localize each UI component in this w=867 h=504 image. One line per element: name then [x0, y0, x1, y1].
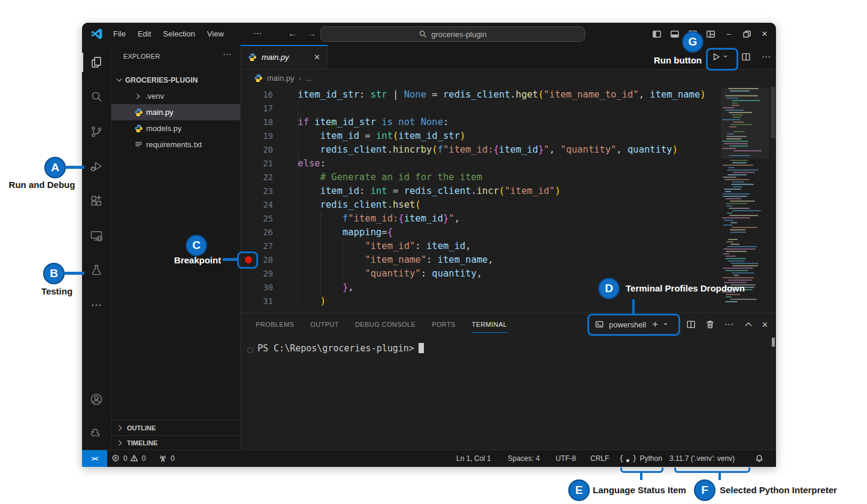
panel-tab-output[interactable]: OUTPUT [310, 313, 339, 336]
code-line[interactable]: 18 if item_id_str is not None: [241, 116, 776, 129]
panel-scrollbar[interactable] [772, 338, 775, 347]
explorer-actions-icon[interactable]: ··· [223, 48, 232, 59]
file-requirements-txt[interactable]: requirements.txt [111, 136, 240, 153]
code-line[interactable]: 27 "item_id": item_id, [241, 239, 776, 253]
editor-gutter[interactable]: 24 [241, 198, 275, 212]
tab-main-py[interactable]: main.py ✕ [241, 45, 328, 69]
outline-section[interactable]: OUTLINE [111, 420, 240, 436]
menu-view[interactable]: View [201, 23, 230, 45]
indentation-status[interactable]: Spaces: 4 [508, 450, 539, 467]
activity-run-and-debug[interactable] [82, 149, 111, 184]
activity-extensions[interactable] [82, 184, 111, 218]
breadcrumb-symbol[interactable]: ... [305, 74, 312, 83]
activity-remote-explorer[interactable] [82, 218, 111, 253]
menu-edit[interactable]: Edit [132, 23, 157, 45]
customize-layout-icon[interactable] [702, 23, 720, 45]
code-line[interactable]: 25 f"item_id:{item_id}", [241, 212, 776, 226]
editor-gutter[interactable]: 22 [241, 171, 275, 184]
notifications-bell[interactable] [755, 450, 764, 467]
file-label: requirements.txt [146, 140, 202, 149]
minimap-line [729, 215, 758, 216]
panel-tab-ports[interactable]: PORTS [432, 313, 456, 336]
editor-gutter[interactable]: 16 [241, 88, 275, 102]
breadcrumb-file[interactable]: main.py [267, 74, 295, 83]
problems-status[interactable]: 0 0 [112, 450, 145, 467]
command-center-search[interactable]: groceries-plugin [320, 26, 585, 42]
minimap-line [730, 201, 755, 202]
menu-more-icon[interactable]: ··· [248, 23, 266, 44]
file-label: main.py [146, 108, 174, 117]
activity-accounts[interactable] [82, 382, 111, 416]
menu-file[interactable]: File [107, 23, 132, 45]
split-terminal-icon[interactable] [686, 313, 696, 336]
terminal-prompt[interactable]: PS C:\Repos\groceries-plugin> [257, 343, 424, 354]
editor-gutter[interactable]: 21 [241, 157, 275, 171]
language-status-item[interactable]: {} Python [619, 450, 662, 467]
code-line[interactable]: 19 item_id = int(item_id_str) [241, 129, 776, 143]
code-line[interactable]: 21 else: [241, 157, 776, 171]
encoding-status[interactable]: UTF-8 [556, 450, 576, 467]
close-button[interactable]: ✕ [756, 23, 774, 45]
activity-search[interactable] [82, 80, 111, 114]
navigate-back-icon[interactable]: ← [288, 23, 297, 44]
editor-gutter[interactable]: 17 [241, 102, 275, 116]
python-interpreter-status[interactable]: 3.11.7 ('.venv': venv) [669, 450, 735, 467]
tab-close-icon[interactable]: ✕ [314, 53, 320, 62]
file-main-py[interactable]: main.py [111, 104, 240, 120]
cursor-position-status[interactable]: Ln 1, Col 1 [456, 450, 491, 467]
toggle-panel-icon[interactable] [666, 23, 684, 45]
eol-status[interactable]: CRLF [590, 450, 609, 467]
code-line[interactable]: 23 item_id: int = redis_client.incr("ite… [241, 184, 776, 198]
editor-more-actions-icon[interactable]: ⋯ [756, 51, 776, 62]
terminal-prompt-text: PS C:\Repos\groceries-plugin> [257, 343, 414, 354]
maximize-panel-icon[interactable] [744, 313, 753, 336]
editor-scrollbar[interactable] [771, 87, 775, 138]
restore-button[interactable] [738, 23, 756, 45]
code-line[interactable]: 17 [241, 102, 776, 116]
close-panel-icon[interactable]: ✕ [762, 313, 768, 336]
panel-more-actions-icon[interactable]: ⋯ [724, 313, 733, 336]
code-line[interactable]: 28 "item_name": item_name, [241, 253, 776, 267]
minimize-button[interactable]: – [720, 23, 738, 45]
activity-testing[interactable] [82, 253, 111, 288]
code-line[interactable]: 31 ) [241, 294, 776, 308]
toggle-sidebar-icon[interactable] [648, 23, 666, 45]
code-editor[interactable]: 16 item_id_str: str | None = redis_clien… [241, 87, 776, 314]
code-line[interactable]: 26 mapping={ [241, 226, 776, 239]
code-line[interactable]: 16 item_id_str: str | None = redis_clien… [241, 88, 776, 102]
editor-gutter[interactable]: 29 [241, 267, 275, 281]
code-line[interactable]: 24 redis_client.hset( [241, 198, 776, 212]
editor-gutter[interactable]: 25 [241, 212, 275, 226]
split-editor-icon[interactable] [736, 52, 756, 62]
editor-gutter[interactable]: 19 [241, 129, 275, 143]
folder-root[interactable]: GROCERIES-PLUGIN [111, 72, 240, 88]
file-label: models.py [146, 124, 181, 133]
remote-indicator[interactable]: >< [82, 450, 107, 467]
activity-rubber-duck[interactable] [82, 416, 111, 450]
file--venv[interactable]: .venv [111, 88, 240, 104]
forwarded-ports-status[interactable]: 0 [159, 450, 175, 467]
file-models-py[interactable]: models.py [111, 120, 240, 136]
breadcrumbs[interactable]: main.py › ... [241, 69, 776, 87]
editor-gutter[interactable]: 30 [241, 281, 275, 294]
editor-gutter[interactable]: 18 [241, 116, 275, 129]
editor-gutter[interactable]: 20 [241, 143, 275, 157]
editor-gutter[interactable]: 26 [241, 226, 275, 239]
panel-tab-debug-console[interactable]: DEBUG CONSOLE [355, 313, 416, 336]
minimap[interactable] [721, 88, 769, 309]
navigate-forward-icon[interactable]: → [307, 23, 316, 44]
panel-tab-problems[interactable]: PROBLEMS [256, 313, 294, 336]
activity-source-control[interactable] [82, 114, 111, 149]
activity-explorer[interactable] [82, 45, 111, 80]
terminal-command-decoration[interactable] [247, 347, 253, 353]
editor-gutter[interactable]: 23 [241, 184, 275, 198]
code-line[interactable]: 29 "quantity": quantity, [241, 267, 776, 281]
testing-icon [89, 263, 104, 278]
editor-gutter[interactable]: 31 [241, 294, 275, 308]
kill-terminal-icon[interactable] [705, 313, 715, 336]
code-line[interactable]: 22 # Generate an id for the item [241, 171, 776, 184]
timeline-section[interactable]: TIMELINE [111, 435, 240, 450]
panel-tab-terminal[interactable]: TERMINAL [472, 313, 507, 336]
code-line[interactable]: 20 redis_client.hincrby(f"item_id:{item_… [241, 143, 776, 157]
menu-selection[interactable]: Selection [157, 23, 201, 45]
